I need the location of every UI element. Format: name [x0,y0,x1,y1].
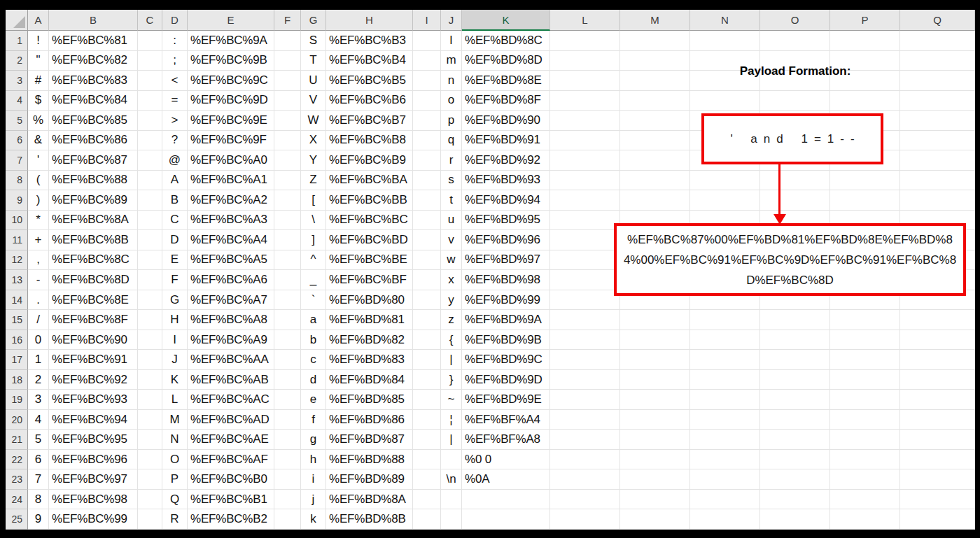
cell-L19[interactable] [550,390,620,410]
cell-G16[interactable]: b [301,330,326,351]
column-header-C[interactable]: C [138,10,162,31]
cell-K7[interactable]: %EF%BD%92 [462,150,550,171]
column-header-P[interactable]: P [830,10,900,31]
cell-E6[interactable]: %EF%BC%9F [188,131,274,151]
cell-C15[interactable] [138,310,162,330]
cell-C18[interactable] [138,370,162,390]
cell-C22[interactable] [138,450,162,470]
column-header-K[interactable]: K [462,10,550,31]
cell-F1[interactable] [274,31,301,51]
cell-B1[interactable]: %EF%BC%81 [49,31,138,51]
cell-L7[interactable] [550,150,620,171]
cell-O18[interactable] [760,370,830,390]
cell-G2[interactable]: T [301,51,326,71]
cell-L25[interactable] [550,509,620,530]
cell-K16[interactable]: %EF%BD%9B [462,330,550,351]
cell-P21[interactable] [830,430,900,450]
cell-L10[interactable] [550,211,620,231]
cell-E23[interactable]: %EF%BC%B0 [188,469,274,490]
column-header-E[interactable]: E [188,10,274,31]
cell-D20[interactable]: M [162,410,188,430]
cell-E19[interactable]: %EF%BC%AC [188,390,274,410]
cell-E24[interactable]: %EF%BC%B1 [188,490,274,510]
cell-C25[interactable] [138,509,162,530]
row-header-5[interactable]: 5 [6,111,28,131]
cell-A12[interactable]: , [28,250,49,271]
cell-D14[interactable]: G [162,290,188,311]
cell-K2[interactable]: %EF%BD%8D [462,51,550,71]
column-header-D[interactable]: D [162,10,188,31]
cell-N9[interactable] [690,190,760,211]
cell-M16[interactable] [620,330,690,351]
cell-F4[interactable] [274,91,301,111]
cell-H13[interactable]: %EF%BC%BF [326,270,413,290]
cell-P9[interactable] [830,190,900,211]
cell-H20[interactable]: %EF%BD%86 [326,410,413,430]
cell-L11[interactable] [550,230,620,250]
cell-L12[interactable] [550,250,620,271]
cell-I15[interactable] [413,310,441,330]
cell-E17[interactable]: %EF%BC%AA [188,350,274,370]
cell-O9[interactable] [760,190,830,211]
cell-M17[interactable] [620,350,690,370]
row-header-18[interactable]: 18 [6,370,28,390]
cell-D8[interactable]: A [162,171,188,191]
cell-I5[interactable] [413,111,441,131]
cell-Q6[interactable] [900,131,975,151]
cell-F16[interactable] [274,330,301,351]
cell-P1[interactable] [830,31,900,51]
cell-A13[interactable]: - [28,270,49,290]
cell-I17[interactable] [413,350,441,370]
cell-C9[interactable] [138,190,162,211]
cell-M6[interactable] [620,131,690,151]
cell-F8[interactable] [274,171,301,191]
cell-M19[interactable] [620,390,690,410]
cell-B12[interactable]: %EF%BC%8C [49,250,138,271]
cell-I21[interactable] [413,430,441,450]
cell-C4[interactable] [138,91,162,111]
cell-I23[interactable] [413,469,441,490]
cell-H23[interactable]: %EF%BD%89 [326,469,413,490]
cell-H25[interactable]: %EF%BD%8B [326,509,413,530]
cell-B8[interactable]: %EF%BC%88 [49,171,138,191]
cell-J6[interactable]: q [441,131,462,151]
cell-J19[interactable]: ~ [441,390,462,410]
cell-D3[interactable]: < [162,71,188,91]
cell-L15[interactable] [550,310,620,330]
cell-K3[interactable]: %EF%BD%8E [462,71,550,91]
cell-I10[interactable] [413,211,441,231]
row-header-24[interactable]: 24 [6,490,28,510]
cell-K11[interactable]: %EF%BD%96 [462,230,550,250]
cell-G4[interactable]: V [301,91,326,111]
cell-I1[interactable] [413,31,441,51]
cell-K18[interactable]: %EF%BD%9D [462,370,550,390]
cell-J3[interactable]: n [441,71,462,91]
cell-M1[interactable] [620,31,690,51]
cell-F25[interactable] [274,509,301,530]
cell-J7[interactable]: r [441,150,462,171]
row-header-3[interactable]: 3 [6,71,28,91]
column-header-N[interactable]: N [690,10,760,31]
cell-G12[interactable]: ^ [301,250,326,271]
cell-M21[interactable] [620,430,690,450]
row-header-1[interactable]: 1 [6,31,28,51]
cell-A4[interactable]: $ [28,91,49,111]
cell-M18[interactable] [620,370,690,390]
cell-P15[interactable] [830,310,900,330]
cell-D23[interactable]: P [162,469,188,490]
cell-K25[interactable] [462,509,550,530]
cell-Q20[interactable] [900,410,975,430]
cell-C7[interactable] [138,150,162,171]
cell-E25[interactable]: %EF%BC%B2 [188,509,274,530]
column-header-G[interactable]: G [301,10,326,31]
cell-M15[interactable] [620,310,690,330]
cell-E13[interactable]: %EF%BC%A6 [188,270,274,290]
cell-B16[interactable]: %EF%BC%90 [49,330,138,351]
cell-L21[interactable] [550,430,620,450]
source-payload-box[interactable]: ' and 1=1-- [701,113,883,164]
row-header-8[interactable]: 8 [6,171,28,191]
cell-P8[interactable] [830,171,900,191]
cell-M23[interactable] [620,469,690,490]
cell-J11[interactable]: v [441,230,462,250]
cell-I4[interactable] [413,91,441,111]
